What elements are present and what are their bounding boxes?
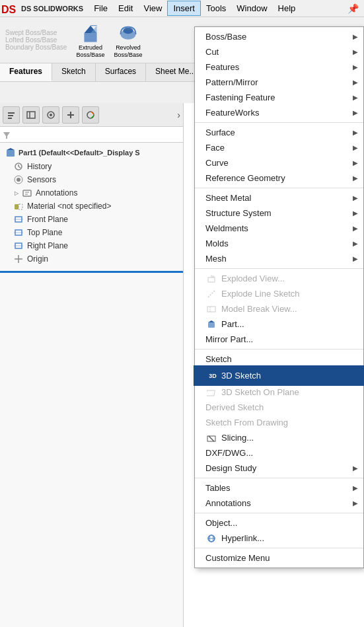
- svg-text:DS: DS: [1, 4, 17, 15]
- extruded-icon: [79, 22, 102, 44]
- dd-model-break-view: Model Break View...: [195, 301, 363, 316]
- svg-rect-38: [208, 277, 215, 282]
- extruded-label: ExtrudedBoss/Base: [76, 44, 104, 59]
- menu-tools[interactable]: Tools: [201, 1, 231, 15]
- svg-marker-17: [3, 132, 10, 139]
- property-tree-icon: [26, 110, 36, 120]
- svg-rect-9: [8, 118, 12, 119]
- svg-marker-19: [7, 148, 15, 150]
- tree-item-origin[interactable]: Origin: [0, 252, 183, 266]
- tab-features[interactable]: Features: [0, 63, 52, 81]
- menu-window[interactable]: Window: [231, 1, 272, 15]
- feature-tree: Part1 (Default<<Default>_Display S Histo…: [0, 143, 183, 276]
- dd-tables[interactable]: Tables ▶: [195, 480, 363, 496]
- dd-mesh[interactable]: Mesh ▶: [195, 251, 363, 266]
- section-tables: Tables ▶ Annotations ▶: [195, 478, 363, 513]
- section-object: Object... Hyperlink...: [195, 513, 363, 548]
- tree-selection-indicator: [0, 271, 183, 273]
- dd-dxf-dwg[interactable]: DXF/DWG...: [195, 445, 363, 461]
- dd-mirror-part[interactable]: Mirror Part...: [195, 332, 363, 347]
- dd-structure-system[interactable]: Structure System ▶: [195, 205, 363, 221]
- dd-sketch-from-drawing: Sketch From Drawing: [195, 415, 363, 430]
- filter-bar: [0, 127, 183, 143]
- dd-sketch[interactable]: Sketch: [195, 351, 363, 367]
- dd-face[interactable]: Face ▶: [195, 140, 363, 155]
- dd-hyperlink[interactable]: Hyperlink...: [195, 531, 363, 546]
- tab-surfaces[interactable]: Surfaces: [96, 63, 146, 81]
- dd-object[interactable]: Object...: [195, 515, 363, 531]
- panel-icon-1[interactable]: [3, 106, 20, 124]
- tab-sketch[interactable]: Sketch: [52, 63, 96, 81]
- panel-icon-5[interactable]: [82, 106, 99, 124]
- tree-item-annotations[interactable]: ▷ Annotations: [0, 186, 183, 200]
- extruded-boss-base-button[interactable]: ExtrudedBoss/Base: [72, 21, 108, 59]
- section-sheet-metal: Sheet Metal ▶ Structure System ▶ Weldmen…: [195, 188, 363, 269]
- menu-help[interactable]: Help: [273, 1, 301, 15]
- svg-rect-43: [208, 322, 215, 328]
- dd-explode-line-sketch: Explode Line Sketch: [195, 286, 363, 301]
- section-exploded: Exploded View... Explode Line Sketch Mod…: [195, 269, 363, 350]
- panel-icon-3[interactable]: [42, 106, 59, 124]
- model-break-icon: [205, 305, 217, 314]
- insert-dropdown-menu[interactable]: Boss/Base ▶ Cut ▶ Features ▶ Pattern/Mir…: [194, 26, 364, 568]
- dd-featureworks[interactable]: FeatureWorks ▶: [195, 105, 363, 120]
- section-surface: Surface ▶ Face ▶ Curve ▶ Reference Geome…: [195, 123, 363, 188]
- dd-part[interactable]: Part...: [195, 316, 363, 332]
- section-customize: Customize Menu: [195, 548, 363, 568]
- app-name: DS SOLIDWORKS: [21, 5, 83, 13]
- panel-icon-4[interactable]: [62, 106, 79, 124]
- pin-button[interactable]: 📌: [347, 3, 364, 14]
- tree-item-material[interactable]: Material <not specified>: [0, 200, 183, 213]
- menu-file[interactable]: File: [89, 1, 113, 15]
- svg-rect-45: [207, 390, 215, 396]
- cut-arrow: ▶: [353, 48, 358, 55]
- right-plane-icon: [14, 241, 23, 250]
- dd-boss-base[interactable]: Boss/Base ▶: [195, 29, 363, 44]
- dd-annotations[interactable]: Annotations ▶: [195, 496, 363, 511]
- dd-customize-menu[interactable]: Customize Menu: [195, 550, 363, 566]
- panel-expand-btn[interactable]: ›: [177, 110, 180, 120]
- menu-view[interactable]: View: [138, 1, 167, 15]
- menu-edit[interactable]: Edit: [113, 1, 138, 15]
- design-study-arrow: ▶: [353, 464, 358, 472]
- dd-pattern-mirror[interactable]: Pattern/Mirror ▶: [195, 75, 363, 90]
- slicing-icon: [205, 433, 217, 443]
- panel-toolbar: ›: [0, 103, 183, 127]
- svg-marker-39: [211, 275, 215, 277]
- revolved-icon: [116, 22, 140, 44]
- dd-surface[interactable]: Surface ▶: [195, 125, 363, 140]
- dd-design-study[interactable]: Design Study ▶: [195, 461, 363, 476]
- swept-label: Swept Boss/Base: [5, 29, 67, 36]
- ref-geom-arrow: ▶: [353, 174, 358, 182]
- dd-reference-geometry[interactable]: Reference Geometry ▶: [195, 170, 363, 186]
- dd-3d-sketch[interactable]: 3D 3D Sketch: [195, 367, 363, 385]
- tree-item-history[interactable]: History: [0, 160, 183, 173]
- hyperlink-icon: [205, 534, 217, 543]
- tree-item-sensors[interactable]: Sensors: [0, 173, 183, 186]
- panel-icon-2[interactable]: [22, 106, 40, 124]
- menu-insert[interactable]: Insert: [167, 1, 201, 16]
- filter-input[interactable]: [12, 130, 180, 139]
- dd-molds[interactable]: Molds ▶: [195, 236, 363, 251]
- dd-fastening-feature[interactable]: Fastening Feature ▶: [195, 90, 363, 105]
- dd-slicing[interactable]: Slicing...: [195, 430, 363, 445]
- dd-cut[interactable]: Cut ▶: [195, 44, 363, 59]
- weldments-arrow: ▶: [353, 225, 358, 232]
- svg-rect-29: [18, 204, 22, 209]
- tree-root-part[interactable]: Part1 (Default<<Default>_Display S: [0, 145, 183, 160]
- tree-item-right-plane[interactable]: Right Plane: [0, 239, 183, 252]
- dd-sheet-metal[interactable]: Sheet Metal ▶: [195, 190, 363, 205]
- history-icon: [14, 162, 23, 171]
- tree-item-top-plane[interactable]: Top Plane: [0, 226, 183, 239]
- tree-item-front-plane[interactable]: Front Plane: [0, 213, 183, 226]
- dd-features[interactable]: Features ▶: [195, 59, 363, 75]
- dd-weldments[interactable]: Weldments ▶: [195, 221, 363, 236]
- svg-rect-41: [207, 307, 215, 312]
- surface-arrow: ▶: [353, 129, 358, 136]
- plus-icon: [66, 110, 75, 120]
- svg-rect-28: [15, 204, 18, 209]
- revolved-boss-base-button[interactable]: RevolvedBoss/Base: [110, 21, 146, 59]
- dd-curve[interactable]: Curve ▶: [195, 155, 363, 170]
- boss-base-arrow: ▶: [353, 33, 358, 40]
- boundary-label: Boundary Boss/Base: [5, 44, 67, 51]
